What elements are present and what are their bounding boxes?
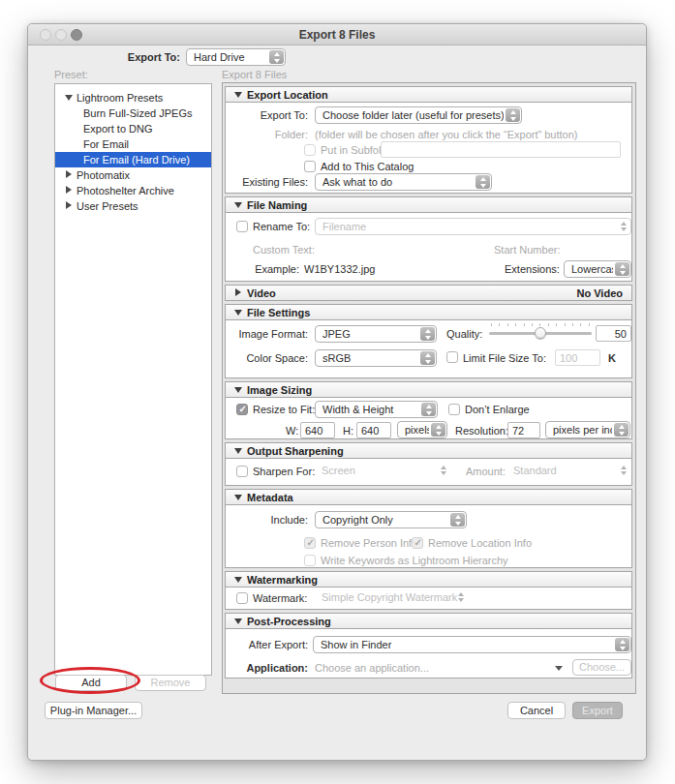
- example-label: Example:: [226, 263, 299, 275]
- color-space-popup[interactable]: sRGB: [315, 349, 437, 367]
- disclosure-open-icon[interactable]: [65, 95, 73, 101]
- preset-item-for-email-hard-drive-selected[interactable]: For Email (Hard Drive): [55, 152, 211, 167]
- size-unit-popup[interactable]: pixels: [397, 421, 447, 438]
- export-button[interactable]: Export: [572, 702, 623, 719]
- write-keywords-label: Write Keywords as Lightroom Hierarchy: [321, 555, 508, 566]
- preset-group-photomatix[interactable]: Photomatix: [55, 167, 211, 183]
- remove-preset-button[interactable]: Remove: [135, 675, 206, 691]
- resolution-unit-popup[interactable]: pixels per inch: [545, 421, 630, 438]
- add-to-catalog-checkbox[interactable]: [304, 161, 316, 172]
- after-export-popup[interactable]: Show in Finder: [313, 636, 631, 653]
- section-header-watermarking[interactable]: Watermarking: [226, 572, 631, 588]
- resolution-input[interactable]: 72: [507, 422, 540, 438]
- image-format-value: JPEG: [322, 328, 418, 340]
- sharpen-for-checkbox[interactable]: [236, 466, 248, 477]
- resize-to-fit-label: Resize to Fit:: [253, 404, 315, 415]
- image-format-label: Image Format:: [226, 328, 308, 340]
- existing-files-value: Ask what to do: [322, 176, 474, 188]
- slider-thumb[interactable]: [535, 327, 546, 339]
- section-header-file-settings[interactable]: File Settings: [226, 305, 631, 320]
- disclosure-closed-icon[interactable]: [66, 201, 72, 209]
- dont-enlarge-checkbox[interactable]: [448, 404, 460, 415]
- stepper-icon: [615, 638, 629, 651]
- preset-group-lightroom-presets[interactable]: Lightroom Presets: [55, 90, 211, 106]
- amount-label: Amount:: [466, 466, 506, 477]
- existing-files-label: Existing Files:: [226, 176, 308, 188]
- preset-item-for-email[interactable]: For Email: [55, 136, 211, 152]
- remove-location-info-checkbox[interactable]: [412, 537, 423, 549]
- sharpen-for-label: Sharpen For:: [253, 466, 315, 477]
- watermark-style-value: Simple Copyright Watermark: [322, 591, 457, 603]
- limit-file-size-label: Limit File Size To:: [463, 352, 546, 364]
- limit-file-size-input[interactable]: 100: [555, 349, 600, 366]
- after-export-value: Show in Finder: [321, 639, 613, 650]
- section-header-file-naming[interactable]: File Naming: [226, 197, 631, 213]
- width-input[interactable]: 640: [300, 422, 335, 438]
- preset-item-export-to-dng[interactable]: Export to DNG: [55, 121, 211, 136]
- metadata-include-popup[interactable]: Copyright Only: [315, 511, 467, 528]
- put-in-subfolder-checkbox[interactable]: [304, 144, 316, 156]
- section-header-image-sizing[interactable]: Image Sizing: [226, 382, 631, 398]
- color-space-label: Color Space:: [226, 352, 308, 364]
- section-image-sizing: Image Sizing Resize to Fit: Width & Heig…: [225, 381, 632, 439]
- section-file-naming: File Naming Rename To: Filename Custom T…: [225, 196, 632, 282]
- section-file-settings: File Settings Image Format: JPEG Quality…: [225, 304, 632, 378]
- section-header-post-processing[interactable]: Post-Processing: [226, 614, 631, 629]
- minimize-window-icon[interactable]: [55, 29, 67, 41]
- quality-slider[interactable]: [489, 323, 592, 341]
- stepper-icon: [476, 175, 490, 189]
- limit-unit-label: K: [608, 352, 616, 364]
- choose-application-button[interactable]: Choose...: [572, 659, 631, 676]
- existing-files-popup[interactable]: Ask what to do: [315, 173, 492, 191]
- extensions-value: Lowercase: [571, 263, 613, 275]
- limit-file-size-checkbox[interactable]: [446, 351, 458, 363]
- watermark-style-combo[interactable]: Simple Copyright Watermark: [315, 589, 468, 607]
- rename-template-value: Filename: [322, 221, 366, 232]
- extensions-popup[interactable]: Lowercase: [564, 260, 631, 278]
- stepper-icon: [621, 466, 627, 475]
- subfolder-name-input[interactable]: [381, 141, 621, 158]
- application-dropdown-icon[interactable]: [555, 666, 563, 671]
- watermark-checkbox[interactable]: [236, 592, 248, 604]
- stepper-icon: [269, 50, 284, 64]
- quality-value-input[interactable]: 50: [596, 325, 631, 342]
- section-header-export-location[interactable]: Export Location: [226, 87, 631, 103]
- stepper-icon: [506, 108, 520, 122]
- title-bar[interactable]: Export 8 Files: [28, 24, 646, 45]
- export-to-folder-popup[interactable]: Choose folder later (useful for presets): [315, 106, 522, 124]
- export-destination-popup[interactable]: Hard Drive: [186, 48, 286, 66]
- rename-template-combo[interactable]: Filename: [315, 218, 631, 235]
- sharpen-target-combo[interactable]: Screen: [315, 463, 450, 480]
- preset-group-user-presets[interactable]: User Presets: [55, 198, 211, 214]
- stepper-icon: [615, 262, 629, 276]
- close-window-icon[interactable]: [40, 29, 51, 41]
- folder-note: (folder will be chosen after you click t…: [315, 129, 577, 140]
- video-status: No Video: [577, 287, 623, 299]
- section-header-video[interactable]: Video No Video: [226, 286, 631, 300]
- section-header-metadata[interactable]: Metadata: [226, 490, 631, 505]
- write-keywords-checkbox[interactable]: [304, 555, 316, 566]
- preset-label: Lightroom Presets: [77, 90, 163, 106]
- preset-group-photoshelter-archive[interactable]: Photoshelter Archive: [55, 183, 211, 198]
- remove-person-info-checkbox[interactable]: [304, 537, 316, 549]
- disclosure-closed-icon[interactable]: [66, 186, 72, 194]
- resize-mode-popup[interactable]: Width & Height: [315, 401, 438, 418]
- after-export-label: After Export:: [226, 639, 308, 650]
- preset-item-burn-full-sized-jpegs[interactable]: Burn Full-Sized JPEGs: [55, 106, 211, 121]
- height-input[interactable]: 640: [356, 422, 391, 438]
- rename-to-checkbox[interactable]: [236, 221, 248, 232]
- plugin-manager-button[interactable]: Plug-in Manager...: [45, 702, 142, 719]
- section-header-output-sharpening[interactable]: Output Sharpening: [226, 443, 631, 459]
- add-to-catalog-label: Add to This Catalog: [321, 161, 414, 172]
- sharpen-amount-combo[interactable]: Standard: [506, 463, 630, 480]
- cancel-button[interactable]: Cancel: [507, 702, 566, 719]
- resize-to-fit-checkbox[interactable]: [236, 404, 248, 415]
- zoom-window-icon[interactable]: [71, 29, 82, 41]
- preset-label: Photomatix: [77, 167, 130, 183]
- metadata-include-value: Copyright Only: [322, 514, 448, 526]
- disclosure-closed-icon[interactable]: [66, 170, 72, 178]
- stepper-icon: [421, 403, 436, 416]
- image-format-popup[interactable]: JPEG: [315, 325, 437, 343]
- stepper-icon: [441, 466, 446, 475]
- section-title: Watermarking: [247, 574, 318, 586]
